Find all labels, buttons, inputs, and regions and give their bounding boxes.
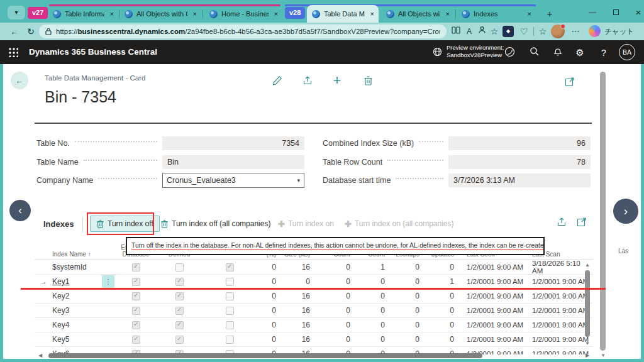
tab-group-badge-v28[interactable]: v28 <box>285 7 305 19</box>
tab-group-badge-v27[interactable]: v27 <box>28 7 48 19</box>
open-list-in-new-window-icon[interactable] <box>577 217 587 228</box>
horizontal-scrollbar-right-icon[interactable]: ▶ <box>586 353 589 358</box>
browser-essentials-icon[interactable]: ♡ <box>518 25 530 38</box>
tab-table-information[interactable]: Table Information × <box>48 6 118 21</box>
row-menu-cell[interactable] <box>100 260 116 274</box>
close-window-button[interactable]: × <box>628 5 644 20</box>
page-scrollbar-down-icon[interactable]: ▼ <box>601 353 606 358</box>
breadcrumb[interactable]: Table Data Management - Card <box>45 74 145 82</box>
lookups-cell: 0 <box>385 289 419 303</box>
copilot-icon[interactable] <box>589 25 601 37</box>
edit-pencil-icon[interactable] <box>271 74 284 87</box>
row-selector-cell[interactable] <box>35 332 52 346</box>
row-selector-cell[interactable] <box>35 304 52 317</box>
table-row[interactable]: → Key1 ⋮ 0 0 0 0 0 1 1/2/0001 9:00 AM 1/… <box>35 275 593 289</box>
table-row[interactable]: Key4 0 16 0 0 0 0 1/2/0001 9:00 AM 1/2/0… <box>35 318 593 332</box>
search-icon[interactable] <box>528 47 541 59</box>
company-name-select[interactable]: Cronus_Evalueate3▾ <box>162 173 304 188</box>
table-row[interactable]: Key5 0 16 0 0 0 0 1/2/0001 9:00 AM 1/2/0… <box>35 332 593 347</box>
profile-in-page-icon[interactable] <box>476 25 487 38</box>
read-aloud-icon[interactable]: A <box>464 25 475 38</box>
new-tab-button[interactable]: + <box>542 6 557 21</box>
split-screen-icon[interactable] <box>450 25 462 38</box>
row-selector-cell[interactable] <box>35 318 52 332</box>
tab-close-icon[interactable]: × <box>446 10 450 18</box>
user-avatar[interactable]: BA <box>619 44 635 60</box>
tab-all-objects-2[interactable]: All Objects with Ca × <box>381 6 454 21</box>
page-scrollbar-thumb[interactable] <box>600 72 606 351</box>
browser-back-icon[interactable]: ← <box>8 25 21 38</box>
dynamics-copilot-icon[interactable] <box>503 47 516 59</box>
horizontal-scrollbar-thumb[interactable] <box>48 353 482 358</box>
row-menu-cell[interactable] <box>100 332 116 346</box>
favorites-bar-icon[interactable]: ☆ <box>537 25 548 38</box>
turn-index-off-button[interactable]: Turn index off <box>90 216 160 232</box>
tab-close-icon[interactable]: × <box>370 10 374 18</box>
index-name-cell[interactable]: Key1 <box>52 275 100 288</box>
row-selector-cell[interactable] <box>35 260 52 274</box>
row-menu-cell[interactable]: ⋮ <box>100 275 116 288</box>
tab-close-icon[interactable]: × <box>110 10 114 18</box>
share-icon[interactable] <box>301 74 314 87</box>
notifications-bell-icon[interactable] <box>552 47 564 59</box>
tab-close-icon[interactable]: × <box>193 10 197 18</box>
copilot-chat-label[interactable]: チャット <box>604 27 634 36</box>
header-index-name[interactable]: Index Name ↑ <box>52 244 116 260</box>
environment-badge[interactable]: Preview environment: SandboxV28Preview <box>433 44 504 59</box>
previous-record-button[interactable]: ‹ <box>9 200 31 221</box>
tab-search-button[interactable]: ▾ <box>8 6 25 19</box>
header-selector <box>35 244 52 260</box>
favorite-star-icon[interactable]: ☆ <box>489 25 500 38</box>
row-menu-dots-icon[interactable]: ⋮ <box>102 275 114 288</box>
open-in-new-window-icon[interactable] <box>564 75 576 88</box>
table-scrollbar-up-icon[interactable]: ▲ <box>585 262 590 268</box>
row-menu-cell[interactable] <box>100 318 116 332</box>
fragmentation-cell: 0 <box>256 275 276 288</box>
delete-trash-icon[interactable] <box>362 74 374 87</box>
browser-refresh-icon[interactable]: ↻ <box>24 25 38 38</box>
row-menu-cell[interactable] <box>100 304 116 317</box>
share-list-icon[interactable] <box>557 217 567 228</box>
index-name-cell[interactable]: Key4 <box>52 318 100 332</box>
help-icon[interactable]: ? <box>597 47 610 59</box>
indexes-section-label: Indexes <box>43 219 74 229</box>
page-back-button[interactable]: ← <box>11 72 28 89</box>
unique-cell <box>203 275 256 288</box>
extension-icon[interactable]: ◆ <box>502 26 514 37</box>
horizontal-scrollbar-left-icon[interactable]: ◀ <box>38 353 42 358</box>
index-name-cell[interactable]: $systemId <box>52 260 100 274</box>
index-name-cell[interactable]: Key5 <box>52 332 100 346</box>
row-selector-cell[interactable] <box>35 289 52 303</box>
table-row[interactable]: $systemId 0 16 0 1 0 0 1/2/0001 9:00 AM … <box>35 260 593 275</box>
table-row[interactable]: Key2 0 16 0 0 0 0 1/2/0001 9:00 AM 1/2/0… <box>35 289 593 304</box>
index-name-cell[interactable]: Key2 <box>52 289 100 303</box>
seeks-count-cell: 0 <box>310 289 350 303</box>
app-launcher-icon[interactable] <box>8 47 18 57</box>
tab-close-icon[interactable]: × <box>528 10 531 18</box>
last-scan-cell: 1/2/0001 9:00 AM <box>527 332 592 346</box>
index-name-link[interactable]: Key1 <box>52 277 69 286</box>
settings-gear-icon[interactable]: ⚙ <box>574 47 586 59</box>
turn-index-off-all-companies-button[interactable]: Turn index off (all companies) <box>160 216 270 232</box>
app-title[interactable]: Dynamics 365 Business Central <box>29 47 157 57</box>
tab-home[interactable]: Home - Business C × <box>204 6 282 21</box>
tab-all-objects-1[interactable]: All Objects with Ca × <box>119 6 201 21</box>
browser-profile-avatar[interactable] <box>551 25 565 38</box>
table-scrollbar-thumb[interactable] <box>585 270 590 337</box>
updates-cell: 0 <box>419 260 454 274</box>
tab-close-icon[interactable]: × <box>274 10 278 18</box>
next-record-button[interactable]: › <box>613 199 638 224</box>
new-record-icon[interactable]: + <box>331 74 343 87</box>
maximize-button[interactable] <box>605 5 626 20</box>
tab-indexes[interactable]: Indexes × <box>457 6 536 21</box>
table-scrollbar-down-icon[interactable]: ▼ <box>585 341 590 346</box>
tab-table-data-management-active[interactable]: Table Data Manage × <box>307 5 379 23</box>
more-menu-icon[interactable]: ⋯ <box>570 25 581 38</box>
table-row[interactable]: Key3 0 16 0 0 0 0 1/2/0001 9:00 AM 1/2/0… <box>35 304 593 318</box>
url-input[interactable]: https://businesscentral.dynamics.com/2a9… <box>39 25 447 38</box>
row-menu-cell[interactable] <box>100 289 116 303</box>
unique-cell <box>203 332 256 346</box>
index-name-cell[interactable]: Key3 <box>52 304 100 317</box>
minimize-button[interactable]: — <box>582 5 603 20</box>
row-selector-cell[interactable]: → <box>35 275 52 288</box>
